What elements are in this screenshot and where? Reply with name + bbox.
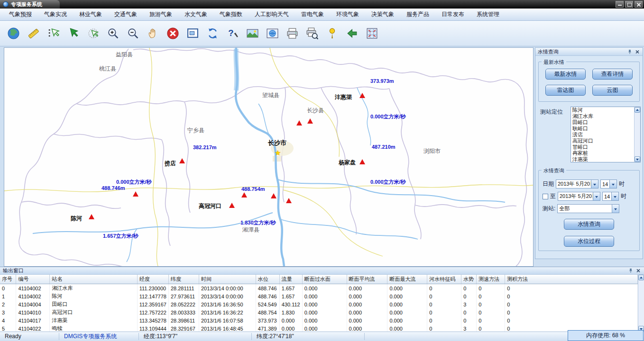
station-marker-icon[interactable]	[89, 214, 94, 219]
column-header[interactable]: 断面最大流	[387, 275, 427, 284]
table-row[interactable]: 441104017沣惠渠113.34527828.3986112013/1/6 …	[0, 316, 638, 324]
menu-item[interactable]: 雷电气象	[295, 9, 330, 20]
latest-button[interactable]: 查看详情	[592, 69, 633, 80]
table-row[interactable]: 541104022鸣犊113.10944428.3291672013/1/6 1…	[0, 324, 638, 332]
column-header[interactable]: 序号	[0, 275, 16, 284]
overview-icon[interactable]	[265, 26, 280, 42]
menu-item[interactable]: 气象预报	[3, 9, 38, 20]
menu-item[interactable]: 环境气象	[330, 9, 365, 20]
zoom-in-icon[interactable]	[105, 26, 121, 42]
column-header[interactable]: 时间	[199, 275, 256, 284]
station-list-item[interactable]: 沣惠渠	[571, 156, 634, 162]
station-list-item[interactable]: 高冠河口	[571, 138, 634, 144]
station-marker-icon[interactable]	[359, 159, 365, 164]
close-panel-icon[interactable]	[635, 49, 640, 54]
chevron-down-icon[interactable]	[591, 180, 598, 188]
close-button[interactable]	[635, 1, 643, 8]
table-row[interactable]: 241104004田峪口112.35916728.0522222013/1/6 …	[0, 300, 638, 308]
identify-icon[interactable]: ?	[225, 26, 240, 42]
print-preview-icon[interactable]	[304, 26, 320, 42]
chevron-down-icon[interactable]	[593, 192, 600, 200]
column-header[interactable]: 流量	[279, 275, 302, 284]
stop-icon[interactable]	[165, 26, 181, 42]
scroll-up-icon[interactable]	[638, 275, 644, 280]
menu-item[interactable]: 气象指数	[213, 9, 248, 20]
menu-item[interactable]: 水文气象	[178, 9, 213, 20]
chevron-down-icon[interactable]	[612, 205, 619, 213]
locate-icon[interactable]	[324, 26, 340, 42]
column-header[interactable]: 断面过水面	[302, 275, 347, 284]
measure-icon[interactable]	[26, 26, 41, 42]
menu-item[interactable]: 气象实况	[38, 9, 73, 20]
zoom-out-icon[interactable]	[125, 26, 141, 42]
latest-button[interactable]: 雷达图	[545, 85, 586, 96]
output-scrollbar[interactable]	[638, 275, 644, 332]
minimize-button[interactable]	[616, 1, 624, 8]
table-row[interactable]: 041104002湘江水库111.23000028.2811112013/3/1…	[0, 284, 638, 293]
column-header[interactable]: 断面平均流	[347, 275, 387, 284]
print-icon[interactable]	[285, 26, 300, 42]
column-header[interactable]: 站名	[50, 275, 137, 284]
menu-item[interactable]: 服务产品	[400, 9, 435, 20]
menu-item[interactable]: 人工影响天气	[248, 9, 295, 20]
scroll-down-icon[interactable]	[635, 156, 640, 162]
column-header[interactable]: 水位	[256, 275, 279, 284]
chevron-down-icon[interactable]	[609, 180, 616, 188]
station-list-item[interactable]: 湘江水库	[571, 113, 634, 119]
close-panel-icon[interactable]	[635, 268, 641, 274]
select-arrow-icon[interactable]	[65, 26, 81, 42]
column-header[interactable]: 编号	[16, 275, 50, 284]
menu-item[interactable]: 交通气象	[108, 9, 143, 20]
table-row[interactable]: 141104002陈河112.14777827.9736112013/3/14 …	[0, 292, 638, 300]
column-header[interactable]: 测速方法	[477, 275, 505, 284]
latest-button[interactable]: 最新水情	[545, 69, 586, 80]
station-list-item[interactable]: 田峪口	[571, 119, 634, 126]
latest-button[interactable]: 云图	[592, 85, 633, 96]
pin-icon[interactable]	[628, 268, 634, 274]
water-query-button[interactable]: 水情查询	[564, 219, 614, 230]
chevron-down-icon[interactable]	[611, 192, 618, 200]
station-list-item[interactable]: 耿峪口	[571, 126, 634, 132]
station-marker-icon[interactable]	[229, 203, 235, 208]
image-icon[interactable]	[245, 26, 260, 42]
water-level-process-button[interactable]: 水位过程	[564, 236, 614, 247]
pin-icon[interactable]	[627, 49, 633, 54]
menu-item[interactable]: 林业气象	[73, 9, 108, 20]
station-marker-icon[interactable]	[179, 158, 185, 163]
station-list-item[interactable]: 涝店	[571, 132, 634, 138]
station-marker-icon[interactable]	[241, 192, 247, 197]
full-extent-icon[interactable]	[364, 26, 380, 42]
column-header[interactable]: 纬度	[168, 275, 199, 284]
table-row[interactable]: 341104010高冠河口112.75722228.0033332013/1/6…	[0, 308, 638, 316]
station-select[interactable]: 全部	[557, 204, 619, 213]
end-date-select[interactable]: 2013年 5月20日	[558, 192, 600, 201]
start-date-select[interactable]: 2013年 5月20日	[556, 179, 598, 188]
refresh-icon[interactable]	[205, 26, 221, 42]
pan-icon[interactable]	[145, 26, 161, 42]
start-hour-select[interactable]: 14	[600, 179, 617, 188]
station-marker-icon[interactable]	[307, 118, 313, 124]
station-marker-icon[interactable]	[286, 198, 292, 203]
column-header[interactable]: 水势	[461, 275, 477, 284]
select-lasso-icon[interactable]	[85, 26, 101, 42]
window-extent-icon[interactable]	[185, 26, 201, 42]
column-header[interactable]: 经度	[137, 275, 168, 284]
station-list-item[interactable]: 甘峪口	[571, 144, 634, 150]
globe-icon[interactable]	[6, 26, 21, 42]
map-canvas[interactable]: 益阳县桃江县宁乡县望城县长沙县浏阳市湘潭县长沙市沣惠渠杨家盘捞店陈河高冠河口37…	[4, 47, 534, 267]
menu-item[interactable]: 系统管理	[470, 9, 506, 20]
column-header[interactable]: 测积方法	[505, 275, 638, 284]
station-list-scrollbar[interactable]	[634, 107, 640, 162]
menu-item[interactable]: 旅游气象	[143, 9, 178, 20]
station-list-item[interactable]: 冉家桩	[571, 150, 634, 156]
station-list-item[interactable]: 陈河	[571, 107, 634, 113]
station-marker-icon[interactable]	[359, 93, 365, 98]
station-marker-icon[interactable]	[133, 191, 138, 197]
end-time-checkbox[interactable]	[543, 194, 548, 199]
station-marker-icon[interactable]	[271, 193, 276, 198]
maximize-button[interactable]	[625, 1, 633, 8]
select-points-icon[interactable]	[46, 26, 61, 42]
station-marker-icon[interactable]	[296, 120, 302, 126]
end-hour-select[interactable]: 14	[602, 192, 619, 201]
menu-item[interactable]: 日常发布	[435, 9, 470, 20]
